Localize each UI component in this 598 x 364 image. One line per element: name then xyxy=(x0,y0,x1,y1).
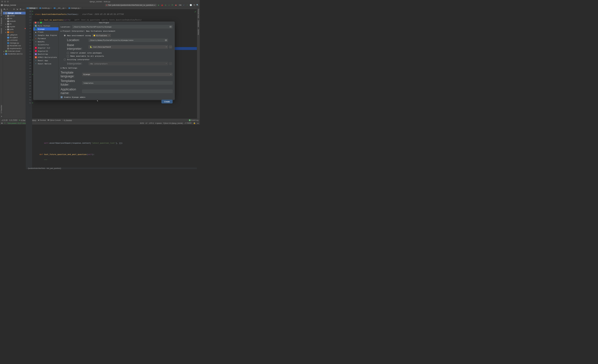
type-web2py[interactable]: ⊞Web2Py xyxy=(33,40,59,43)
project-tree: ▼ django_tutorial ▶admin ▶bin include ▶l… xyxy=(3,11,26,55)
more-settings-header[interactable]: ▼More Settings xyxy=(60,67,172,69)
editor-tab[interactable]: __init__.py× xyxy=(53,7,67,9)
tree-file[interactable]: .gitignore xyxy=(3,33,26,36)
new-project-dialog: New Project 🐍Pure Python djDjango ◐Flask… xyxy=(33,22,175,100)
tab-project[interactable]: 1: Project xyxy=(0,8,2,17)
app-name-input[interactable] xyxy=(82,90,173,93)
type-pure-python[interactable]: 🐍Pure Python xyxy=(33,24,59,27)
tree-external[interactable]: ▶External Librari xyxy=(3,50,26,52)
type-react[interactable]: ⚛React App xyxy=(33,59,59,62)
tree-folder[interactable]: include xyxy=(3,20,26,23)
tree-folder[interactable]: ▶bin xyxy=(3,17,26,20)
gutter[interactable]: 2021222324252627282930313233343536373839… xyxy=(26,9,32,167)
type-react-native[interactable]: ⚛React Native xyxy=(33,62,59,65)
run-configuration-selector[interactable]: ⬘ Test: polls.tests.QuestionIndexViewTes… xyxy=(105,4,157,6)
type-bootstrap[interactable]: BBootstrap xyxy=(33,52,59,56)
panel-title: P... xyxy=(4,8,6,10)
commit-icon[interactable]: ✓ xyxy=(186,4,188,6)
tree-file[interactable]: requirements.t xyxy=(3,47,26,50)
type-angularjs[interactable]: AAngularJS xyxy=(33,49,59,52)
create-button[interactable]: Create xyxy=(161,100,173,103)
location-input[interactable]: /Users/demo/PycharmProjects/django xyxy=(72,25,173,28)
window-maximize-icon[interactable] xyxy=(7,1,9,2)
new-env-radio[interactable] xyxy=(64,34,66,36)
close-icon[interactable]: × xyxy=(50,7,51,9)
type-angular-cli[interactable]: AAngular CLI xyxy=(33,46,59,50)
concurrent-icon[interactable]: ⟳ xyxy=(171,4,174,6)
search-icon[interactable]: 🔍 xyxy=(196,4,199,6)
tree-file[interactable]: db.sqlite3 xyxy=(3,36,26,39)
tree-folder[interactable]: ▶mysite xyxy=(3,25,26,28)
tree-folder[interactable]: ▶admin xyxy=(3,14,26,17)
run-icon[interactable]: ▶ xyxy=(157,4,160,6)
tree-root[interactable]: ▼ django_tutorial xyxy=(3,12,26,14)
chevron-down-icon[interactable]: ▼ xyxy=(7,8,8,10)
type-scientific[interactable]: ⊕Scientific xyxy=(33,43,59,46)
dialog-close-icon[interactable] xyxy=(35,22,36,24)
tree-file[interactable]: LICENSE xyxy=(3,39,26,42)
type-pyramid[interactable]: ▲Pyramid xyxy=(33,37,59,40)
right-tool-tabs: Remote Host Database SciView xyxy=(197,7,200,119)
tab-run[interactable]: ▶ 4: Run xyxy=(19,119,26,121)
stop-icon[interactable]: ■ xyxy=(175,4,177,6)
existing-interpreter-radio[interactable] xyxy=(64,58,66,60)
update-icon[interactable]: ✓ xyxy=(182,4,185,6)
templates-folder-input[interactable]: templates xyxy=(82,81,173,85)
close-icon[interactable]: × xyxy=(36,7,37,9)
nav-breadcrumb[interactable]: QuestionIndexViewTests›test_past_questio… xyxy=(26,167,197,169)
template-lang-select[interactable]: Django▼ xyxy=(82,73,173,76)
tab-remote-host[interactable]: Remote Host xyxy=(198,8,199,19)
browse-icon[interactable] xyxy=(165,39,167,41)
browse-button[interactable]: … xyxy=(169,46,172,49)
tab-commit[interactable]: Commit xyxy=(0,27,2,35)
interpreter-section-header[interactable]: ▼Project Interpreter: New Virtualenv env… xyxy=(60,30,172,32)
dialog-maximize-icon[interactable] xyxy=(40,22,42,24)
enable-admin-checkbox[interactable]: ✓ xyxy=(60,96,62,98)
tab-git[interactable]: ⎇ 9: Git xyxy=(1,119,7,121)
type-flask[interactable]: ◐Flask xyxy=(33,30,59,34)
tree-folder[interactable]: ▶polls xyxy=(3,28,26,31)
tree-folder[interactable]: ▶lib xyxy=(3,23,26,25)
rollback-icon[interactable]: ⟲ xyxy=(193,4,195,6)
window-close-icon[interactable] xyxy=(1,1,3,2)
editor-tab[interactable]: tests.py× xyxy=(26,7,38,9)
tree-scratch[interactable]: ▶Scratches and Co xyxy=(3,52,26,55)
sync-icon[interactable]: ☁ xyxy=(197,122,199,124)
breadcrumb[interactable]: django_tutorial xyxy=(4,4,16,6)
coverage-icon[interactable]: ◔ xyxy=(164,4,167,6)
editor-tab[interactable]: models.py× xyxy=(38,7,53,9)
gear-icon[interactable]: ⚙ xyxy=(19,8,22,10)
tab-sciview[interactable]: SciView xyxy=(198,28,199,36)
star-icon[interactable]: ★ xyxy=(0,114,2,119)
tab-todo[interactable]: ☰ 6: TODO xyxy=(9,119,17,121)
profile-icon[interactable]: ✦ xyxy=(168,4,170,6)
env-type-select[interactable]: ⬢Virtualenv▼ xyxy=(92,34,111,37)
tab-database[interactable]: Database xyxy=(198,19,199,28)
tab-structure[interactable]: 7: Structure xyxy=(0,17,2,27)
browse-button[interactable]: … xyxy=(169,62,172,65)
window-minimize-icon[interactable] xyxy=(4,1,6,2)
type-django[interactable]: djDjango xyxy=(33,27,59,30)
tab-favorites[interactable]: 2: Favorites xyxy=(0,104,2,114)
tree-file[interactable]: manage.py xyxy=(3,42,26,44)
close-icon[interactable]: × xyxy=(80,7,81,9)
editor-tab[interactable]: manage.py× xyxy=(67,7,83,9)
type-html5[interactable]: 5HTML5 Boilerplate xyxy=(33,56,59,59)
base-interpreter-select[interactable]: 🐍/usr/bin/python3▼ xyxy=(89,45,168,49)
debug-icon[interactable]: 🐞 xyxy=(161,4,163,6)
refresh-icon[interactable]: ⟳ xyxy=(4,122,5,124)
type-gae[interactable]: ◆Google App Engine xyxy=(33,34,59,37)
tree-folder-venv[interactable]: ▶venv xyxy=(3,31,26,33)
collapse-icon[interactable]: ⇲ xyxy=(16,8,18,10)
browse-icon[interactable] xyxy=(170,26,172,28)
venv-location-input[interactable]: /Users/demo/PycharmProjects/django/venv xyxy=(89,38,168,42)
panel-toggle-icon[interactable]: ▣ xyxy=(1,122,3,124)
close-icon[interactable]: × xyxy=(65,7,66,9)
left-tool-tabs: 1: Project 7: Structure Commit 2: Favori… xyxy=(0,7,3,119)
history-icon[interactable]: 🕑 xyxy=(189,4,192,6)
make-available-checkbox[interactable] xyxy=(67,55,69,57)
tree-file[interactable]: README.md xyxy=(3,44,26,47)
inherit-checkbox[interactable] xyxy=(67,52,69,54)
hide-icon[interactable]: — xyxy=(22,8,25,10)
locate-icon[interactable]: ⊙ xyxy=(13,8,15,10)
